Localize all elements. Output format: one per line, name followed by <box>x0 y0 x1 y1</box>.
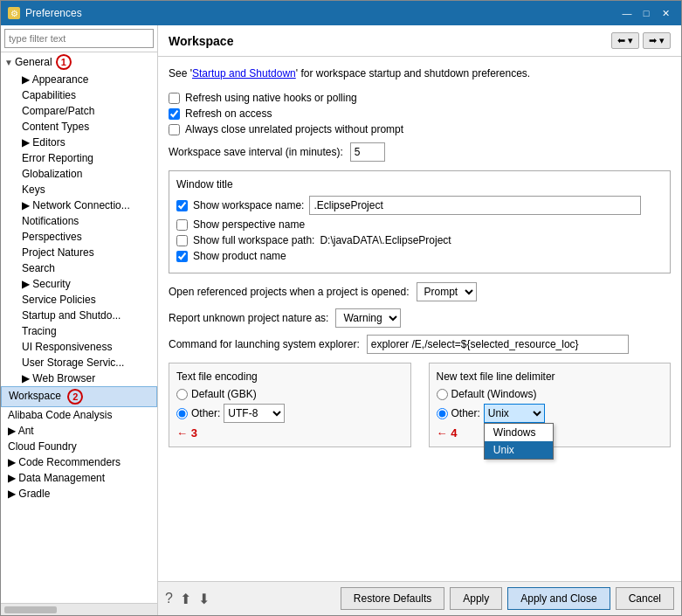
checkbox-close-unrelated: Always close unrelated projects without … <box>169 123 671 135</box>
encoding-title: Text file encoding <box>176 370 403 383</box>
delimiter-option-unix[interactable]: Unix <box>485 441 553 459</box>
refresh-access-label: Refresh on access <box>185 107 272 120</box>
sidebar-item-contenttypes[interactable]: Content Types <box>18 119 157 135</box>
sidebar-item-errorreporting[interactable]: Error Reporting <box>18 150 157 166</box>
show-perspective-checkbox[interactable] <box>176 219 188 231</box>
sidebar-item-servicepolicies[interactable]: Service Policies <box>18 292 157 308</box>
expand-arrow: ▶ <box>22 278 32 290</box>
sidebar-item-datamanagement[interactable]: ▶ Data Management <box>1 470 157 486</box>
close-button[interactable]: ✕ <box>657 4 674 22</box>
sidebar-item-tracing[interactable]: Tracing <box>18 323 157 339</box>
minimize-button[interactable]: — <box>618 4 636 22</box>
checkbox-refresh-access: Refresh on access <box>169 107 671 120</box>
annotation-1: 1 <box>56 54 72 70</box>
save-interval-input[interactable] <box>350 142 385 162</box>
sidebar-item-cloudfoundry[interactable]: Cloud Foundry <box>1 439 157 454</box>
scroll-thumb <box>4 606 57 613</box>
expand-arrow: ▶ <box>8 425 18 437</box>
apply-button[interactable]: Apply <box>450 587 502 610</box>
back-button[interactable]: ⬅ ▾ <box>611 32 639 49</box>
main-nav-buttons: ⬅ ▾ ➡ ▾ <box>611 32 671 49</box>
sidebar-item-webbrowser[interactable]: ▶ Web Browser <box>18 370 157 386</box>
sidebar-item-comparepatch[interactable]: Compare/Patch <box>18 103 157 119</box>
sidebar-scrollbar[interactable] <box>1 603 157 615</box>
native-hooks-label: Refresh using native hooks or polling <box>185 92 357 104</box>
open-referenced-dropdown[interactable]: Prompt Always Never <box>417 282 477 301</box>
sidebar-item-projectnatures[interactable]: Project Natures <box>18 245 157 260</box>
sidebar-item-keys[interactable]: Keys <box>18 182 157 197</box>
delimiter-other-radio[interactable] <box>437 408 448 419</box>
show-full-path-label: Show full workspace path: <box>193 234 314 246</box>
keys-label: Keys <box>22 183 45 196</box>
show-product-checkbox[interactable] <box>176 251 188 262</box>
sidebar-item-networkconnection[interactable]: ▶ Network Connectio... <box>18 197 157 213</box>
sidebar-item-appearance[interactable]: ▶ Appearance <box>18 72 157 87</box>
search-label: Search <box>22 262 55 274</box>
ws-name-input[interactable] <box>309 196 641 215</box>
cancel-button[interactable]: Cancel <box>616 587 674 610</box>
sidebar-item-globalization[interactable]: Globalization <box>18 166 157 182</box>
sidebar-item-general[interactable]: ▼ General 1 <box>1 52 157 72</box>
sidebar-item-capabilities[interactable]: Capabilities <box>18 87 157 103</box>
report-nature-dropdown[interactable]: Warning Error Ignore <box>335 308 401 328</box>
sidebar-item-userstorage[interactable]: User Storage Servic... <box>18 355 157 370</box>
annotation-3: ← 3 <box>176 426 403 440</box>
delimiter-default-row: Default (Windows) <box>437 388 664 400</box>
forward-button[interactable]: ➡ ▾ <box>643 32 671 49</box>
sidebar-item-startup[interactable]: Startup and Shutdo... <box>18 308 157 323</box>
show-ws-name-checkbox[interactable] <box>176 200 188 211</box>
export-icon[interactable]: ⬇ <box>198 591 210 607</box>
search-input[interactable] <box>4 29 154 48</box>
close-unrelated-label: Always close unrelated projects without … <box>185 123 403 135</box>
sidebar-item-search[interactable]: Search <box>18 260 157 276</box>
encoding-default-radio[interactable] <box>176 389 188 400</box>
native-hooks-checkbox[interactable] <box>169 93 180 104</box>
close-unrelated-checkbox[interactable] <box>169 124 180 135</box>
errorreporting-label: Error Reporting <box>22 152 93 164</box>
uiresponsiveness-label: UI Responsiveness <box>22 341 112 353</box>
import-icon[interactable]: ⬆ <box>180 591 191 607</box>
datamanagement-label: Data Management <box>18 472 105 484</box>
window-title-group-label: Window title <box>176 178 663 190</box>
contenttypes-label: Content Types <box>22 121 89 133</box>
cloudfoundry-label: Cloud Foundry <box>8 440 77 453</box>
refresh-access-checkbox[interactable] <box>169 108 180 120</box>
report-nature-label: Report unknown project nature as: <box>169 312 328 324</box>
encoding-select[interactable]: UTF-8 UTF-16 GBK ISO-8859-1 <box>224 404 285 423</box>
servicepolicies-label: Service Policies <box>22 294 96 306</box>
maximize-button[interactable]: □ <box>637 4 655 22</box>
delimiter-default-radio[interactable] <box>437 389 448 400</box>
sidebar-item-editors[interactable]: ▶ Editors <box>18 135 157 150</box>
restore-defaults-button[interactable]: Restore Defaults <box>341 587 444 610</box>
open-referenced-label: Open referenced projects when a project … <box>169 286 410 298</box>
sidebar-item-alibaba[interactable]: Alibaba Code Analysis <box>1 407 157 423</box>
delimiter-other-row: Other: Unix Windows Mac Windows <box>437 404 664 423</box>
expand-arrow: ▶ <box>8 472 18 484</box>
sidebar-item-uiresponsiveness[interactable]: UI Responsiveness <box>18 339 157 355</box>
sidebar-item-coderecommenders[interactable]: ▶ Code Recommenders <box>1 454 157 470</box>
sidebar-item-perspectives[interactable]: Perspectives <box>18 229 157 245</box>
sidebar-item-ant[interactable]: ▶ Ant <box>1 423 157 439</box>
general-label: General <box>15 56 52 68</box>
help-icon[interactable]: ? <box>165 591 173 606</box>
app-icon: ⚙ <box>8 7 20 19</box>
show-full-path-checkbox[interactable] <box>176 235 188 246</box>
delimiter-section: New text file line delimiter Default (Wi… <box>429 363 672 447</box>
sidebar-item-notifications[interactable]: Notifications <box>18 213 157 229</box>
startup-link[interactable]: Startup and Shutdown <box>192 67 296 80</box>
projectnatures-label: Project Natures <box>22 246 94 259</box>
open-referenced-row: Open referenced projects when a project … <box>169 282 671 301</box>
globalization-label: Globalization <box>22 168 82 180</box>
cmd-label: Command for launching system explorer: <box>169 338 360 350</box>
sidebar-item-gradle[interactable]: ▶ Gradle <box>1 486 157 502</box>
encoding-section: Text file encoding Default (GBK) Other: … <box>169 363 411 447</box>
apply-close-button[interactable]: Apply and Close <box>507 587 610 610</box>
encoding-other-radio[interactable] <box>176 408 188 419</box>
cmd-input[interactable] <box>367 335 629 354</box>
delimiter-select[interactable]: Unix Windows Mac <box>484 404 545 423</box>
sidebar-item-security[interactable]: ▶ Security <box>18 276 157 292</box>
delimiter-option-windows[interactable]: Windows <box>485 424 553 441</box>
show-ws-name-label: Show workspace name: <box>193 199 304 211</box>
delimiter-dropdown-popup: Windows Unix <box>484 423 554 460</box>
sidebar-item-workspace[interactable]: Workspace 2 <box>1 386 157 407</box>
